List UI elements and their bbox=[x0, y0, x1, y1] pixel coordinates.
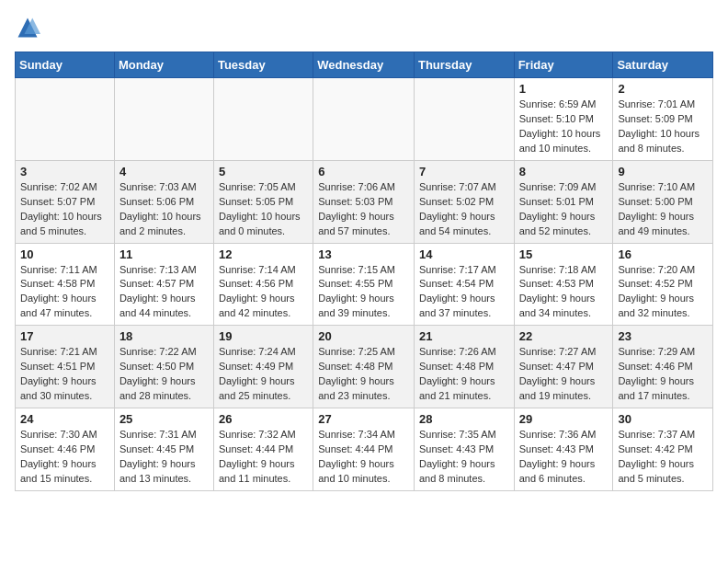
col-header-sunday: Sunday bbox=[16, 52, 115, 78]
day-info: Sunrise: 7:09 AM Sunset: 5:01 PM Dayligh… bbox=[519, 180, 609, 239]
day-number: 16 bbox=[618, 247, 708, 261]
calendar-day: 4Sunrise: 7:03 AM Sunset: 5:06 PM Daylig… bbox=[114, 160, 213, 243]
day-number: 3 bbox=[20, 165, 109, 178]
day-info: Sunrise: 7:14 AM Sunset: 4:56 PM Dayligh… bbox=[219, 263, 308, 322]
day-info: Sunrise: 7:07 AM Sunset: 5:02 PM Dayligh… bbox=[419, 180, 509, 239]
calendar-day: 8Sunrise: 7:09 AM Sunset: 5:01 PM Daylig… bbox=[514, 160, 613, 243]
calendar-day: 5Sunrise: 7:05 AM Sunset: 5:05 PM Daylig… bbox=[213, 160, 313, 243]
day-number: 5 bbox=[219, 165, 308, 178]
day-info: Sunrise: 7:32 AM Sunset: 4:44 PM Dayligh… bbox=[219, 428, 308, 487]
day-number: 4 bbox=[119, 165, 209, 178]
day-info: Sunrise: 7:35 AM Sunset: 4:43 PM Dayligh… bbox=[419, 428, 509, 487]
day-number: 8 bbox=[519, 165, 609, 178]
day-info: Sunrise: 7:29 AM Sunset: 4:46 PM Dayligh… bbox=[618, 345, 708, 404]
day-number: 18 bbox=[119, 329, 209, 343]
calendar-day: 2Sunrise: 7:01 AM Sunset: 5:09 PM Daylig… bbox=[613, 78, 713, 161]
day-info: Sunrise: 7:34 AM Sunset: 4:44 PM Dayligh… bbox=[318, 428, 409, 487]
day-info: Sunrise: 7:36 AM Sunset: 4:43 PM Dayligh… bbox=[519, 428, 609, 487]
calendar-day bbox=[213, 78, 313, 161]
col-header-wednesday: Wednesday bbox=[313, 52, 415, 78]
day-number: 13 bbox=[318, 247, 409, 261]
calendar-day: 30Sunrise: 7:37 AM Sunset: 4:42 PM Dayli… bbox=[613, 408, 713, 491]
day-number: 11 bbox=[119, 247, 209, 261]
day-number: 2 bbox=[618, 82, 708, 96]
calendar-day bbox=[313, 78, 415, 161]
calendar-day: 16Sunrise: 7:20 AM Sunset: 4:52 PM Dayli… bbox=[613, 243, 713, 326]
day-info: Sunrise: 7:17 AM Sunset: 4:54 PM Dayligh… bbox=[419, 263, 509, 322]
calendar-day: 13Sunrise: 7:15 AM Sunset: 4:55 PM Dayli… bbox=[313, 243, 415, 326]
calendar-day bbox=[114, 78, 213, 161]
calendar-header-row: SundayMondayTuesdayWednesdayThursdayFrid… bbox=[16, 52, 713, 78]
calendar-day: 9Sunrise: 7:10 AM Sunset: 5:00 PM Daylig… bbox=[613, 160, 713, 243]
day-info: Sunrise: 7:06 AM Sunset: 5:03 PM Dayligh… bbox=[318, 180, 409, 239]
day-number: 7 bbox=[419, 165, 509, 178]
day-number: 24 bbox=[20, 412, 109, 426]
calendar-day: 25Sunrise: 7:31 AM Sunset: 4:45 PM Dayli… bbox=[114, 408, 213, 491]
calendar-day: 24Sunrise: 7:30 AM Sunset: 4:46 PM Dayli… bbox=[16, 408, 115, 491]
day-info: Sunrise: 7:31 AM Sunset: 4:45 PM Dayligh… bbox=[119, 428, 209, 487]
col-header-tuesday: Tuesday bbox=[213, 52, 313, 78]
calendar-day: 19Sunrise: 7:24 AM Sunset: 4:49 PM Dayli… bbox=[213, 326, 313, 408]
calendar-day: 28Sunrise: 7:35 AM Sunset: 4:43 PM Dayli… bbox=[414, 408, 514, 491]
day-number: 30 bbox=[618, 412, 708, 426]
calendar-day: 6Sunrise: 7:06 AM Sunset: 5:03 PM Daylig… bbox=[313, 160, 415, 243]
col-header-thursday: Thursday bbox=[414, 52, 514, 78]
day-info: Sunrise: 7:25 AM Sunset: 4:48 PM Dayligh… bbox=[318, 345, 409, 404]
calendar-day: 3Sunrise: 7:02 AM Sunset: 5:07 PM Daylig… bbox=[16, 160, 115, 243]
calendar-day: 17Sunrise: 7:21 AM Sunset: 4:51 PM Dayli… bbox=[16, 326, 115, 408]
day-info: Sunrise: 7:05 AM Sunset: 5:05 PM Dayligh… bbox=[219, 180, 308, 239]
calendar-week-row: 17Sunrise: 7:21 AM Sunset: 4:51 PM Dayli… bbox=[16, 326, 713, 408]
calendar-day: 27Sunrise: 7:34 AM Sunset: 4:44 PM Dayli… bbox=[313, 408, 415, 491]
day-number: 14 bbox=[419, 247, 509, 261]
day-number: 15 bbox=[519, 247, 609, 261]
calendar-week-row: 1Sunrise: 6:59 AM Sunset: 5:10 PM Daylig… bbox=[16, 78, 713, 161]
day-info: Sunrise: 7:22 AM Sunset: 4:50 PM Dayligh… bbox=[119, 345, 209, 404]
col-header-monday: Monday bbox=[114, 52, 213, 78]
day-number: 20 bbox=[318, 329, 409, 343]
day-info: Sunrise: 7:01 AM Sunset: 5:09 PM Dayligh… bbox=[618, 98, 708, 156]
day-info: Sunrise: 7:30 AM Sunset: 4:46 PM Dayligh… bbox=[20, 428, 109, 487]
day-info: Sunrise: 7:03 AM Sunset: 5:06 PM Dayligh… bbox=[119, 180, 209, 239]
day-number: 23 bbox=[618, 329, 708, 343]
day-number: 10 bbox=[20, 247, 109, 261]
day-info: Sunrise: 7:20 AM Sunset: 4:52 PM Dayligh… bbox=[618, 263, 708, 322]
day-info: Sunrise: 7:10 AM Sunset: 5:00 PM Dayligh… bbox=[618, 180, 708, 239]
calendar-day: 12Sunrise: 7:14 AM Sunset: 4:56 PM Dayli… bbox=[213, 243, 313, 326]
calendar-day: 7Sunrise: 7:07 AM Sunset: 5:02 PM Daylig… bbox=[414, 160, 514, 243]
day-number: 6 bbox=[318, 165, 409, 178]
calendar-day: 21Sunrise: 7:26 AM Sunset: 4:48 PM Dayli… bbox=[414, 326, 514, 408]
calendar-day bbox=[16, 78, 115, 161]
day-number: 26 bbox=[219, 412, 308, 426]
day-info: Sunrise: 7:26 AM Sunset: 4:48 PM Dayligh… bbox=[419, 345, 509, 404]
day-info: Sunrise: 7:11 AM Sunset: 4:58 PM Dayligh… bbox=[20, 263, 109, 322]
day-info: Sunrise: 7:18 AM Sunset: 4:53 PM Dayligh… bbox=[519, 263, 609, 322]
col-header-friday: Friday bbox=[514, 52, 613, 78]
logo bbox=[15, 15, 44, 40]
calendar-week-row: 24Sunrise: 7:30 AM Sunset: 4:46 PM Dayli… bbox=[16, 408, 713, 491]
calendar-day: 26Sunrise: 7:32 AM Sunset: 4:44 PM Dayli… bbox=[213, 408, 313, 491]
day-number: 27 bbox=[318, 412, 409, 426]
calendar-day: 18Sunrise: 7:22 AM Sunset: 4:50 PM Dayli… bbox=[114, 326, 213, 408]
calendar-day: 14Sunrise: 7:17 AM Sunset: 4:54 PM Dayli… bbox=[414, 243, 514, 326]
day-info: Sunrise: 7:02 AM Sunset: 5:07 PM Dayligh… bbox=[20, 180, 109, 239]
calendar-day: 23Sunrise: 7:29 AM Sunset: 4:46 PM Dayli… bbox=[613, 326, 713, 408]
calendar-week-row: 3Sunrise: 7:02 AM Sunset: 5:07 PM Daylig… bbox=[16, 160, 713, 243]
page-header bbox=[15, 15, 713, 40]
day-number: 25 bbox=[119, 412, 209, 426]
day-number: 12 bbox=[219, 247, 308, 261]
day-info: Sunrise: 7:21 AM Sunset: 4:51 PM Dayligh… bbox=[20, 345, 109, 404]
calendar-day: 20Sunrise: 7:25 AM Sunset: 4:48 PM Dayli… bbox=[313, 326, 415, 408]
calendar-day: 11Sunrise: 7:13 AM Sunset: 4:57 PM Dayli… bbox=[114, 243, 213, 326]
day-number: 9 bbox=[618, 165, 708, 178]
day-info: Sunrise: 7:24 AM Sunset: 4:49 PM Dayligh… bbox=[219, 345, 308, 404]
col-header-saturday: Saturday bbox=[613, 52, 713, 78]
day-info: Sunrise: 7:27 AM Sunset: 4:47 PM Dayligh… bbox=[519, 345, 609, 404]
calendar-table: SundayMondayTuesdayWednesdayThursdayFrid… bbox=[15, 52, 713, 491]
calendar-day: 22Sunrise: 7:27 AM Sunset: 4:47 PM Dayli… bbox=[514, 326, 613, 408]
day-number: 21 bbox=[419, 329, 509, 343]
day-number: 22 bbox=[519, 329, 609, 343]
day-number: 1 bbox=[519, 82, 609, 96]
day-number: 29 bbox=[519, 412, 609, 426]
calendar-day: 1Sunrise: 6:59 AM Sunset: 5:10 PM Daylig… bbox=[514, 78, 613, 161]
calendar-day: 29Sunrise: 7:36 AM Sunset: 4:43 PM Dayli… bbox=[514, 408, 613, 491]
